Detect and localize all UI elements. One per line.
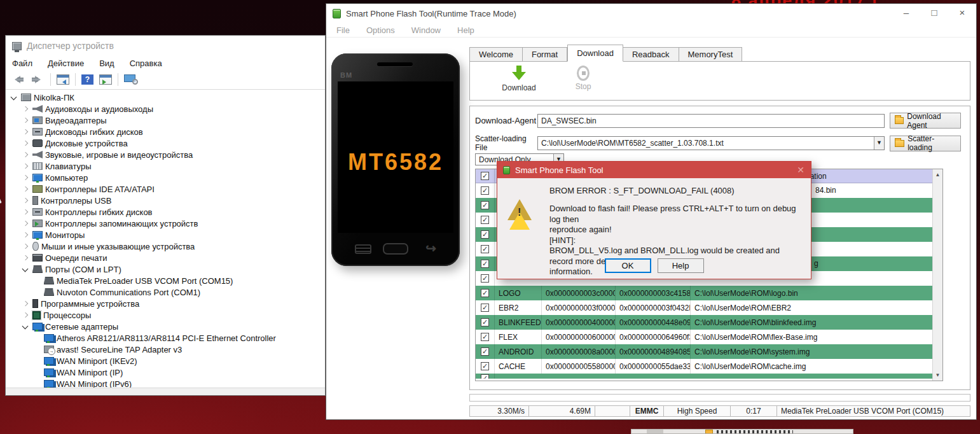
row-checkbox[interactable]: ✓ bbox=[481, 333, 489, 341]
chevron-right-icon[interactable] bbox=[21, 219, 30, 228]
menu-item-действие[interactable]: Действие bbox=[48, 59, 84, 68]
device-tree-item[interactable]: Порты (COM и LPT) bbox=[6, 263, 325, 275]
select-all-checkbox[interactable]: ✓ bbox=[481, 172, 489, 180]
row-checkbox[interactable]: ✓ bbox=[481, 230, 489, 239]
chevron-right-icon[interactable] bbox=[21, 311, 30, 319]
device-tree-item[interactable]: Видеоадаптеры bbox=[6, 115, 325, 126]
chevron-right-icon[interactable] bbox=[21, 127, 30, 136]
device-tree-item[interactable]: Мыши и иные указывающие устройства bbox=[6, 241, 325, 252]
tab-download[interactable]: Download bbox=[567, 45, 623, 62]
row-checkbox[interactable]: ✓ bbox=[481, 362, 489, 370]
download-agent-input[interactable]: DA_SWSEC.bin bbox=[537, 114, 885, 128]
row-checkbox[interactable]: ✓ bbox=[481, 186, 489, 195]
chevron-down-icon[interactable]: ▼ bbox=[874, 137, 884, 150]
device-tree-item[interactable]: Звуковые, игровые и видеоустройства bbox=[6, 149, 325, 160]
device-tree-item[interactable]: avast! SecureLine TAP Adapter v3 bbox=[6, 344, 325, 355]
minimize-button[interactable]: – bbox=[892, 4, 920, 23]
help-icon[interactable]: ? bbox=[81, 74, 93, 85]
chevron-right-icon[interactable] bbox=[21, 116, 30, 125]
table-row-logo[interactable]: ✓LOGO0x0000000003c000000x0000000003c4158… bbox=[476, 286, 942, 300]
scroll-down-icon[interactable]: ▼ bbox=[933, 370, 942, 381]
device-tree-item[interactable]: Очереди печати bbox=[6, 252, 325, 263]
device-tree-item[interactable]: Компьютер bbox=[6, 172, 325, 183]
device-tree-item[interactable]: MediaTek PreLoader USB VCOM Port (COM15) bbox=[6, 275, 325, 286]
row-checkbox[interactable]: ✓ bbox=[481, 289, 489, 297]
row-checkbox[interactable]: ✓ bbox=[481, 274, 489, 283]
help-button[interactable]: Help bbox=[658, 258, 704, 273]
scatter-file-combo[interactable]: C:\lol\UserMode\ROM\MT6582_scatter_1.03.… bbox=[537, 136, 885, 150]
device-tree-item[interactable]: Контроллеры USB bbox=[6, 195, 325, 206]
device-tree-item[interactable]: WAN Miniport (IKEv2) bbox=[6, 355, 325, 367]
device-tree-item[interactable]: Контроллеры запоминающих устройств bbox=[6, 218, 325, 229]
chevron-right-icon[interactable] bbox=[21, 173, 30, 182]
device-tree-item[interactable]: Контроллеры гибких дисков bbox=[6, 206, 325, 218]
console-tree-icon[interactable] bbox=[57, 74, 69, 85]
device-tree-item[interactable]: Процессоры bbox=[6, 309, 325, 321]
device-tree-item[interactable]: Контроллеры IDE ATA/ATAPI bbox=[6, 183, 325, 195]
chevron-right-icon[interactable] bbox=[21, 299, 30, 308]
download-agent-button[interactable]: Download Agent bbox=[890, 113, 961, 129]
device-tree-item[interactable]: Дисковые устройства bbox=[6, 137, 325, 149]
close-button[interactable]: × bbox=[948, 4, 976, 23]
device-tree-item[interactable]: Nuvoton Communications Port (COM1) bbox=[6, 286, 325, 298]
table-row-cache[interactable]: ✓CACHE0x00000000558000000x0000000055dae3… bbox=[476, 359, 942, 374]
stop-button[interactable]: Stop bbox=[564, 66, 602, 91]
chevron-right-icon[interactable] bbox=[21, 230, 30, 239]
menu-item-help[interactable]: Help bbox=[457, 25, 474, 35]
device-tree-item[interactable]: Сетевые адаптеры bbox=[6, 321, 325, 332]
device-tree-item[interactable]: Дисководы гибких дисков bbox=[6, 126, 325, 137]
chevron-right-icon[interactable] bbox=[21, 185, 30, 193]
chevron-right-icon[interactable] bbox=[21, 207, 30, 216]
device-tree-item[interactable]: Программные устройства bbox=[6, 298, 325, 309]
chevron-right-icon[interactable] bbox=[21, 242, 30, 251]
row-checkbox[interactable]: ✓ bbox=[481, 374, 489, 379]
row-checkbox[interactable]: ✓ bbox=[481, 245, 489, 253]
table-row-ebr2[interactable]: ✓EBR20x0000000003f000000x0000000003f0432… bbox=[476, 300, 942, 315]
row-checkbox[interactable]: ✓ bbox=[481, 216, 489, 224]
ok-button[interactable]: OK bbox=[605, 258, 651, 273]
scan-hardware-icon[interactable] bbox=[124, 74, 138, 85]
row-checkbox[interactable]: ✓ bbox=[481, 201, 489, 209]
tab-memorytest[interactable]: MemoryTest bbox=[679, 47, 743, 62]
device-tree-item[interactable]: Мониторы bbox=[6, 229, 325, 241]
scatter-loading-button[interactable]: Scatter-loading bbox=[890, 136, 961, 151]
chevron-right-icon[interactable] bbox=[21, 150, 30, 159]
device-tree-item[interactable]: Nikolka-ПК bbox=[6, 92, 325, 103]
row-checkbox[interactable]: ✓ bbox=[481, 318, 489, 326]
chevron-right-icon[interactable] bbox=[21, 139, 30, 148]
table-row-partial[interactable]: ✓ bbox=[476, 374, 942, 379]
chevron-right-icon[interactable] bbox=[21, 196, 30, 205]
table-scrollbar[interactable]: ▲ ▼ bbox=[932, 169, 942, 381]
back-arrow-icon[interactable] bbox=[11, 76, 25, 83]
action-pane-icon[interactable] bbox=[99, 74, 112, 85]
menu-item-справка[interactable]: Справка bbox=[130, 59, 162, 68]
table-row-flex[interactable]: ✓FLEX0x00000000060000000x00000000064960f… bbox=[476, 330, 942, 344]
chevron-right-icon[interactable] bbox=[21, 253, 30, 262]
chevron-right-icon[interactable] bbox=[21, 162, 30, 171]
tab-format[interactable]: Format bbox=[523, 47, 567, 62]
download-button[interactable]: Download bbox=[490, 66, 548, 92]
device-tree-item[interactable]: Аудиовходы и аудиовыходы bbox=[6, 103, 325, 115]
device-tree-item[interactable]: Клавиатуры bbox=[6, 160, 325, 172]
menu-item-file[interactable]: File bbox=[336, 25, 350, 35]
menu-item-window[interactable]: Window bbox=[411, 25, 441, 35]
table-row-android[interactable]: ✓ANDROID0x0000000008a000000x000000004894… bbox=[476, 344, 942, 359]
tab-readback[interactable]: Readback bbox=[623, 47, 679, 62]
tab-welcome[interactable]: Welcome bbox=[469, 47, 523, 62]
table-row-blinkfeed[interactable]: ✓BLINKFEED0x00000000040000000x0000000004… bbox=[476, 315, 942, 330]
row-checkbox[interactable]: ✓ bbox=[481, 347, 489, 356]
row-checkbox[interactable]: ✓ bbox=[481, 260, 489, 268]
scroll-up-icon[interactable]: ▲ bbox=[933, 169, 942, 180]
device-tree-item[interactable]: WAN Miniport (IP) bbox=[6, 367, 325, 378]
forward-arrow-icon[interactable] bbox=[31, 76, 45, 83]
menu-item-файл[interactable]: Файл bbox=[12, 59, 32, 68]
menu-item-options[interactable]: Options bbox=[366, 25, 395, 35]
chevron-right-icon[interactable] bbox=[21, 104, 30, 113]
chevron-down-icon[interactable] bbox=[10, 93, 18, 102]
device-tree-item[interactable]: Atheros AR8121/AR8113/AR8114 PCI-E Ether… bbox=[6, 332, 325, 344]
dialog-close-icon[interactable]: ✕ bbox=[797, 165, 804, 175]
chevron-down-icon[interactable] bbox=[21, 322, 30, 331]
chevron-down-icon[interactable] bbox=[21, 265, 30, 274]
menu-item-вид[interactable]: Вид bbox=[99, 59, 114, 68]
row-checkbox[interactable]: ✓ bbox=[481, 304, 489, 312]
